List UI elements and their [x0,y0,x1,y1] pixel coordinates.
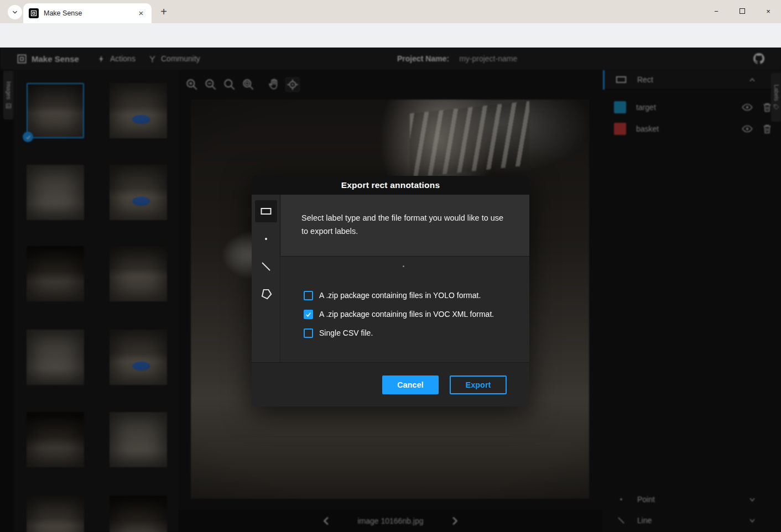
option-yolo[interactable]: A .zip package containing files in YOLO … [304,289,514,301]
labels-tab-label: Labels [773,85,779,101]
labels-panel: Rect target basket Point [603,70,781,532]
image-icon [6,103,12,109]
window-minimize-button[interactable]: − [704,0,729,22]
browser-tab[interactable]: Make Sense × [23,3,152,23]
makesense-favicon-icon [29,8,39,18]
label-color-swatch [614,123,626,135]
export-button[interactable]: Export [450,375,507,394]
brand[interactable]: Make Sense [17,48,79,70]
modal-description: Select label type and the file format yo… [301,211,512,238]
thumbnail[interactable] [110,330,167,385]
point-icon [259,232,273,246]
selected-check-icon [23,132,33,142]
nav-actions[interactable]: Actions [97,48,136,70]
modal-title: Export rect annotations [341,180,440,190]
tab-title: Make Sense [44,9,136,17]
previous-image-icon[interactable] [321,515,333,527]
line-icon [616,515,626,525]
thumbnail[interactable] [27,496,84,532]
browser-window: Make Sense × + − × makesense.ai Tp 2 C: [0,0,781,532]
labels-panel-tab[interactable]: Labels [771,73,781,122]
new-tab-button[interactable]: + [157,5,171,19]
label-color-swatch [614,101,626,113]
option-csv[interactable]: Single CSV file. [304,327,514,339]
label-type-line[interactable] [255,255,277,278]
label-row-basket[interactable]: basket [603,118,781,139]
page-viewport: Make Sense Actions Community Project Nam… [0,48,781,532]
chevron-up-icon[interactable] [748,76,757,85]
point-icon [616,494,626,504]
makesense-logo-icon [17,54,27,64]
line-icon [259,260,273,273]
checkbox-csv[interactable] [304,328,313,338]
app-navbar: Make Sense Actions Community Project Nam… [0,48,781,70]
cursor-dot [403,265,404,267]
tab-strip: Make Sense × + − × [0,0,781,23]
move-crosshair-icon[interactable] [285,77,300,92]
label-row-target[interactable]: target [603,97,781,118]
thumbnail[interactable] [110,165,167,220]
label-name: basket [636,124,741,133]
label-type-point[interactable] [255,228,277,250]
chevron-down-icon[interactable] [748,516,757,525]
thumbnail[interactable] [110,496,167,532]
images-tab-label: Images [6,81,12,100]
github-icon[interactable] [752,52,766,65]
fork-icon [148,55,157,63]
nav-actions-label: Actions [110,54,136,63]
option-voc-xml[interactable]: A .zip package containing files in VOC X… [304,308,514,320]
rect-icon [615,74,627,86]
next-image-icon[interactable] [448,515,460,527]
thumbnail-panel [13,70,178,532]
point-section-header[interactable]: Point [603,489,781,510]
images-panel-tab[interactable]: Images [3,71,13,119]
window-maximize-button[interactable] [730,0,755,22]
thumbnail[interactable] [27,246,84,301]
rect-section-label: Rect [637,75,653,84]
tag-icon [773,104,779,110]
thumbnail[interactable] [110,246,167,301]
thumbnail[interactable] [110,83,167,138]
project-name-group: Project Name: my-project-name [397,48,517,70]
thumbnail[interactable] [27,412,84,467]
delete-trash-icon[interactable] [761,123,773,135]
drag-hand-icon[interactable] [267,77,281,92]
rect-section-header[interactable]: Rect [603,70,781,90]
nav-community[interactable]: Community [148,48,200,70]
rect-icon [259,205,273,218]
label-name: target [636,103,741,112]
option-label: Single CSV file. [319,328,373,337]
visibility-eye-icon[interactable] [741,123,753,135]
window-close-button[interactable]: × [756,0,781,22]
polygon-icon [259,287,273,301]
photo-window-frame [410,101,529,178]
thumbnail[interactable] [27,165,84,220]
modal-header: Export rect annotations [252,176,529,195]
checkbox-voc-xml[interactable] [304,310,313,319]
browser-toolbar: makesense.ai Tp 2 C: ⋮ [0,23,781,48]
visibility-eye-icon[interactable] [741,101,753,113]
cancel-button[interactable]: Cancel [382,375,439,394]
thumbnail[interactable] [110,412,167,467]
modal-footer: Cancel Export [252,362,529,406]
brand-label: Make Sense [32,54,79,64]
zoom-in-icon[interactable] [185,77,199,92]
zoom-fit-icon[interactable] [241,77,256,92]
checkbox-yolo[interactable] [304,291,313,300]
tab-search-button[interactable] [8,5,22,19]
export-format-options: A .zip package containing files in YOLO … [281,256,529,362]
zoom-reset-icon[interactable] [222,77,237,92]
image-navigation-bar: image 10166nb.jpg [178,510,603,532]
line-section-label: Line [637,516,748,525]
thumbnail[interactable] [27,330,84,385]
thumbnail-selected[interactable] [27,83,84,138]
tab-close-button[interactable]: × [136,8,146,18]
line-section-header[interactable]: Line [603,510,781,531]
current-image-name: image 10166nb.jpg [357,517,423,525]
label-type-rect[interactable] [255,200,277,222]
active-section-bar [603,70,605,90]
label-type-polygon[interactable] [255,283,277,305]
bolt-icon [97,55,106,63]
chevron-down-icon[interactable] [748,495,757,504]
zoom-out-icon[interactable] [204,77,218,92]
